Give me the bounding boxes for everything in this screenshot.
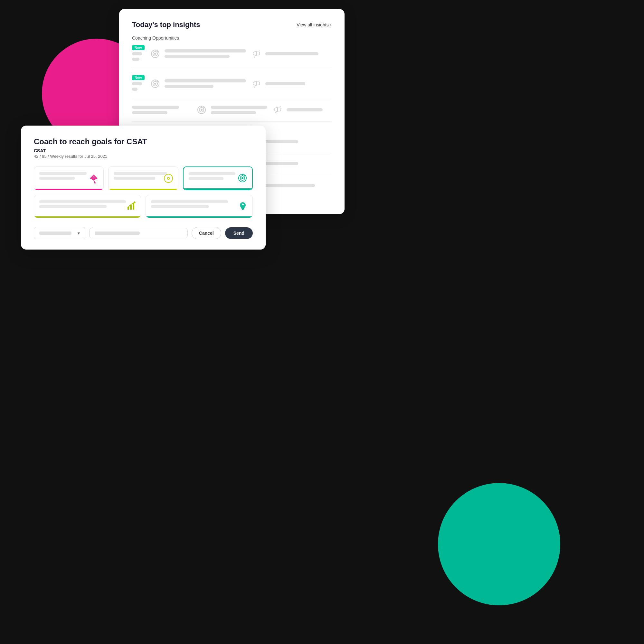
skeleton-line: [189, 172, 235, 175]
skeleton-line: [39, 205, 107, 208]
svg-line-20: [275, 112, 276, 114]
metric-card-yellow[interactable]: [108, 166, 178, 190]
skeleton-line: [114, 177, 155, 180]
send-button[interactable]: Send: [225, 227, 253, 239]
skeleton-line: [211, 106, 267, 109]
svg-rect-43: [242, 209, 244, 210]
skeleton-line: [132, 106, 179, 109]
svg-point-2: [154, 53, 156, 55]
skeleton-line: [265, 52, 318, 55]
cards-grid-top: [34, 166, 253, 190]
svg-point-9: [154, 83, 156, 85]
svg-point-16: [201, 109, 203, 111]
metric-card-pink[interactable]: [34, 166, 104, 190]
svg-line-11: [157, 81, 158, 82]
insight-left: New: [132, 45, 145, 63]
new-badge: New: [132, 45, 145, 50]
svg-rect-39: [130, 205, 132, 210]
svg-rect-40: [133, 203, 134, 210]
coach-modal-title: Coach to reach goals for CSAT: [34, 137, 253, 146]
skeleton-line: [132, 88, 137, 91]
skeleton-line: [132, 58, 139, 61]
chevron-down-icon: ▾: [78, 231, 80, 236]
background-circle-green: [438, 483, 560, 605]
svg-marker-41: [133, 201, 136, 203]
goal-icon: [237, 173, 248, 185]
insight-text-mid: [211, 106, 267, 117]
insight-text-right: [287, 108, 332, 114]
skeleton-line: [165, 49, 246, 52]
insight-text-mid: [165, 79, 246, 90]
skeleton-line: [39, 200, 126, 203]
section-coaching-label: Coaching Opportunities: [132, 35, 332, 41]
svg-line-4: [157, 51, 158, 52]
kite-icon: [89, 173, 99, 185]
insight-row: New: [132, 45, 332, 69]
announce-icon: [273, 105, 282, 117]
svg-line-37: [244, 175, 245, 176]
insight-icon-block: [150, 49, 246, 61]
insight-row: [132, 105, 332, 122]
skeleton-line: [211, 111, 256, 114]
target-icon: [150, 79, 160, 91]
insight-text-mid: [165, 49, 246, 60]
announce-icon: [252, 79, 261, 90]
message-input[interactable]: [89, 228, 188, 238]
skeleton-line: [287, 108, 323, 111]
select-placeholder: [39, 232, 75, 235]
chart-icon: [126, 201, 136, 213]
insight-text: [132, 52, 145, 63]
skeleton-line: [165, 79, 246, 82]
insights-title: Today's top insights: [132, 21, 200, 29]
skeleton-line: [132, 111, 167, 114]
insight-right-block: [252, 49, 332, 61]
svg-line-13: [254, 86, 255, 88]
skeleton-line: [114, 172, 167, 175]
insights-header: Today's top insights View all insights ›: [132, 21, 332, 29]
insight-row: New: [132, 75, 332, 99]
insight-text-right: [265, 82, 332, 88]
skeleton-line: [151, 205, 209, 208]
coach-subtitle: CSAT: [34, 148, 253, 153]
insight-right-block: [252, 79, 332, 90]
compass-icon: [163, 173, 174, 185]
metric-card-teal[interactable]: [183, 166, 253, 190]
skeleton-line: [151, 200, 228, 203]
recipient-select[interactable]: ▾: [34, 227, 85, 239]
insight-left: New: [132, 75, 145, 93]
insight-icon-block: [197, 105, 267, 117]
metric-card-lime[interactable]: [34, 195, 141, 218]
skeleton-line: [189, 177, 224, 180]
skeleton-line: [265, 82, 305, 85]
new-badge: New: [132, 75, 145, 80]
skeleton-line: [132, 82, 142, 85]
coach-modal: Coach to reach goals for CSAT CSAT 42 / …: [21, 126, 266, 250]
skeleton-line: [39, 172, 87, 175]
target-icon: [197, 105, 206, 117]
svg-rect-42: [241, 208, 244, 209]
view-all-text: View all insights: [297, 22, 328, 27]
skeleton-line: [132, 52, 142, 55]
svg-point-35: [241, 177, 243, 179]
svg-line-6: [254, 56, 255, 58]
skeleton-line: [165, 85, 213, 88]
chevron-icon: ›: [330, 22, 332, 28]
view-all-link[interactable]: View all insights ›: [297, 22, 332, 28]
insight-left: [132, 106, 191, 117]
modal-footer: ▾ Cancel Send: [34, 227, 253, 239]
svg-point-32: [168, 178, 169, 179]
target-icon: [150, 49, 160, 61]
skeleton-line: [165, 55, 230, 58]
cards-grid-bottom: [34, 195, 253, 218]
skeleton-line: [39, 177, 75, 180]
lightbulb-icon: [238, 201, 248, 213]
metric-card-green[interactable]: [146, 195, 253, 218]
announce-icon: [252, 49, 261, 61]
insight-text-right: [265, 52, 332, 58]
insight-right-block: [273, 105, 332, 117]
cancel-button[interactable]: Cancel: [192, 227, 221, 239]
svg-line-18: [203, 107, 204, 108]
svg-point-29: [94, 182, 96, 184]
coach-meta: 42 / 85 / Weekly results for Jul 25, 202…: [34, 154, 253, 159]
insight-text: [132, 82, 145, 93]
